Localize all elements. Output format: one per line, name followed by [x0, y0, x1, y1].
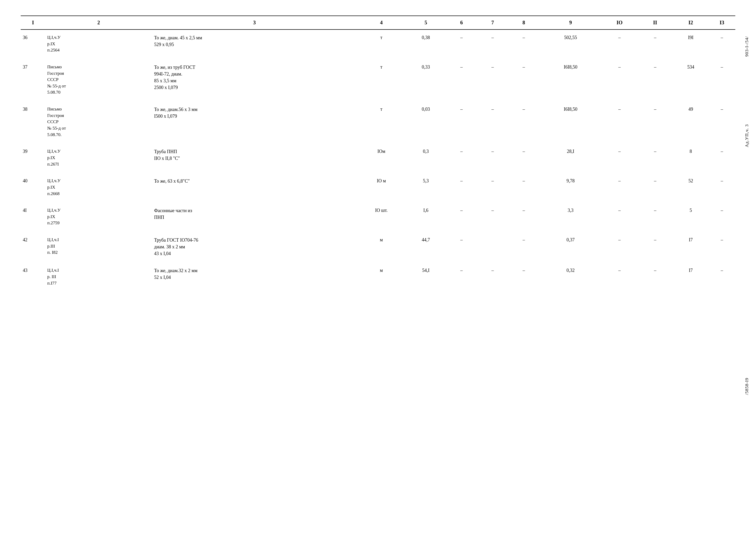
- row-col5: I,6: [406, 205, 446, 229]
- row-col7: –: [477, 205, 508, 229]
- row-col11: –: [637, 205, 673, 229]
- row-number: 42: [21, 234, 45, 260]
- row-col9: 502,55: [539, 30, 602, 56]
- row-number: 38: [21, 104, 45, 141]
- row-col13: –: [709, 30, 735, 56]
- row-description: То же, диам. 45 х 2,5 мм 529 х 0,95: [152, 30, 357, 56]
- row-col4: т: [357, 104, 406, 141]
- row-col6: –: [446, 205, 477, 229]
- row-col12: I7: [673, 265, 709, 289]
- col-header-10: IO: [602, 16, 637, 30]
- row-col12: 8: [673, 146, 709, 170]
- row-col9: 3,3: [539, 205, 602, 229]
- side-label-bottom: /5858-I9: [744, 378, 750, 395]
- col-header-7: 7: [477, 16, 508, 30]
- row-col9: 9,78: [539, 175, 602, 200]
- table-row: 37Письмо Госстроя СССР № 55-д от 5.08.70…: [21, 61, 735, 98]
- row-spacer: [21, 141, 735, 146]
- row-col6: –: [446, 175, 477, 200]
- row-col7: –: [477, 146, 508, 170]
- row-description: Труба ГОСТ IO704-76 диам. 38 х 2 мм 43 х…: [152, 234, 357, 260]
- row-reference: Ц.I,ч.I р.III п. I82: [45, 234, 152, 260]
- row-col5: 0,33: [406, 61, 446, 98]
- row-col8: –: [508, 234, 539, 260]
- row-col9: I6I8,50: [539, 104, 602, 141]
- row-number: 43: [21, 265, 45, 289]
- col-header-5: 5: [406, 16, 446, 30]
- row-col8: –: [508, 175, 539, 200]
- row-number: 40: [21, 175, 45, 200]
- row-col8: –: [508, 265, 539, 289]
- row-spacer: [21, 98, 735, 104]
- table-row: 36Ц.I,ч.У р.IX п.2564То же, диам. 45 х 2…: [21, 30, 735, 56]
- row-col5: 44,7: [406, 234, 446, 260]
- row-number: 36: [21, 30, 45, 56]
- row-col4: IO м: [357, 175, 406, 200]
- row-col11: –: [637, 61, 673, 98]
- row-description: То же, диам.32 х 2 мм 52 х I,04: [152, 265, 357, 289]
- table-row: 4IЦ.I,ч.У р.IX п.2759Фасонные части из П…: [21, 205, 735, 229]
- row-col5: 54,I: [406, 265, 446, 289]
- row-col12: I9I: [673, 30, 709, 56]
- row-col8: –: [508, 30, 539, 56]
- row-col13: –: [709, 104, 735, 141]
- row-col6: –: [446, 234, 477, 260]
- row-spacer: [21, 229, 735, 234]
- col-header-11: II: [637, 16, 673, 30]
- row-col4: м: [357, 265, 406, 289]
- row-col8: –: [508, 205, 539, 229]
- row-col6: –: [446, 61, 477, 98]
- col-header-8: 8: [508, 16, 539, 30]
- row-col9: 28,I: [539, 146, 602, 170]
- row-description: Труба ПНП IIO х II,8 "С": [152, 146, 357, 170]
- row-col6: –: [446, 265, 477, 289]
- side-label-top: 903-I-/54/: [744, 36, 750, 57]
- row-col8: –: [508, 61, 539, 98]
- row-description: То же, диам.56 х 3 мм I500 х I,079: [152, 104, 357, 141]
- row-col7: –: [477, 61, 508, 98]
- row-reference: Письмо Госстроя СССР № 55-д от 5.08.70.: [45, 104, 152, 141]
- row-description: То же, 63 х 6,8"С": [152, 175, 357, 200]
- row-number: 37: [21, 61, 45, 98]
- row-col11: –: [637, 265, 673, 289]
- row-reference: Ц.I,ч.У р.IX п.2668: [45, 175, 152, 200]
- table-row: 39Ц.I,ч.У р.IX п.267IТруба ПНП IIO х II,…: [21, 146, 735, 170]
- row-col11: –: [637, 146, 673, 170]
- row-description: Фасонные части из ПНП: [152, 205, 357, 229]
- row-reference: Ц.I,ч.У р.IX п.2564: [45, 30, 152, 56]
- row-col5: 0,38: [406, 30, 446, 56]
- row-col9: 0,37: [539, 234, 602, 260]
- row-col5: 0,3: [406, 146, 446, 170]
- row-col12: 534: [673, 61, 709, 98]
- row-col13: –: [709, 146, 735, 170]
- row-col7: –: [477, 104, 508, 141]
- row-col11: –: [637, 234, 673, 260]
- row-col11: –: [637, 175, 673, 200]
- col-header-9: 9: [539, 16, 602, 30]
- row-reference: Ц.I,ч.I р. III п.I77: [45, 265, 152, 289]
- row-spacer: [21, 200, 735, 205]
- row-col9: 0,32: [539, 265, 602, 289]
- row-col10: –: [602, 175, 637, 200]
- table-row: 42Ц.I,ч.I р.III п. I82Труба ГОСТ IO704-7…: [21, 234, 735, 260]
- col-header-13: I3: [709, 16, 735, 30]
- col-header-3: 3: [152, 16, 357, 30]
- row-col10: –: [602, 104, 637, 141]
- row-col12: I7: [673, 234, 709, 260]
- row-reference: Письмо Госстроя СССР № 55-д от 5.08.70: [45, 61, 152, 98]
- row-col13: –: [709, 61, 735, 98]
- col-header-12: I2: [673, 16, 709, 30]
- row-col6: –: [446, 146, 477, 170]
- row-col4: т: [357, 61, 406, 98]
- col-header-6: 6: [446, 16, 477, 30]
- row-col7: –: [477, 265, 508, 289]
- row-col6: –: [446, 30, 477, 56]
- table-row: 43Ц.I,ч.I р. III п.I77То же, диам.32 х 2…: [21, 265, 735, 289]
- row-col8: –: [508, 104, 539, 141]
- row-col12: 5: [673, 205, 709, 229]
- row-col7: –: [477, 30, 508, 56]
- row-spacer: [21, 170, 735, 175]
- row-spacer: [21, 260, 735, 265]
- col-header-2: 2: [45, 16, 152, 30]
- row-col10: –: [602, 30, 637, 56]
